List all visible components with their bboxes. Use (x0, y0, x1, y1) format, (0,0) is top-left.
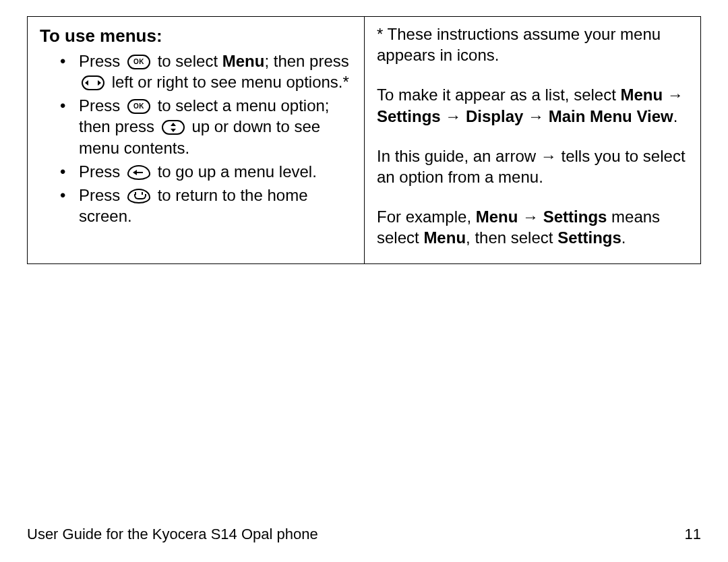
text: left or right to see menu options.* (112, 73, 349, 91)
text: Press (79, 162, 125, 181)
text: to select (158, 52, 222, 70)
note-list-view-path: To make it appear as a list, select Menu… (377, 84, 688, 126)
page-number: 11 (685, 526, 701, 543)
text: . (673, 107, 678, 125)
ok-button-icon (127, 99, 150, 114)
right-column: * These instructions assume your menu ap… (364, 17, 700, 263)
left-heading: To use menus: (40, 25, 352, 48)
text: To make it appear as a list, select (377, 86, 621, 104)
list-item: Press to return to the home screen. (60, 185, 352, 226)
text: . (621, 228, 626, 247)
instruction-box: To use menus: Press to select Menu; then… (27, 16, 701, 264)
bold-text: Menu → Settings (476, 208, 607, 226)
end-key-icon (127, 189, 150, 204)
bold-text: Menu (222, 52, 265, 70)
page-footer: User Guide for the Kyocera S14 Opal phon… (27, 526, 701, 543)
text: to go up a menu level. (158, 162, 317, 181)
text: Press (79, 52, 125, 70)
text: ; then press (264, 52, 348, 70)
menu-steps-list: Press to select Menu; then press left or… (40, 51, 352, 227)
ok-button-icon (127, 55, 150, 69)
bold-text: Settings (557, 228, 621, 247)
text: , then select (466, 228, 557, 247)
list-item: Press to select a menu option; then pres… (60, 95, 352, 158)
page: To use menus: Press to select Menu; then… (0, 0, 728, 562)
text: Press (79, 96, 125, 115)
bold-text: Menu (423, 228, 466, 247)
list-item: Press to go up a menu level. (60, 161, 352, 182)
nav-left-right-icon (82, 75, 104, 90)
note-arrow-meaning: In this guide, an arrow → tells you to s… (377, 146, 688, 187)
text: Press (79, 186, 125, 204)
text: For example, (377, 208, 476, 226)
back-key-icon (127, 165, 150, 180)
list-item: Press to select Menu; then press left or… (60, 51, 352, 92)
footer-title: User Guide for the Kyocera S14 Opal phon… (27, 526, 318, 543)
note-icons-assumption: * These instructions assume your menu ap… (377, 24, 688, 65)
note-example: For example, Menu → Settings means selec… (377, 206, 688, 248)
left-column: To use menus: Press to select Menu; then… (28, 17, 364, 263)
nav-up-down-icon (162, 120, 185, 135)
